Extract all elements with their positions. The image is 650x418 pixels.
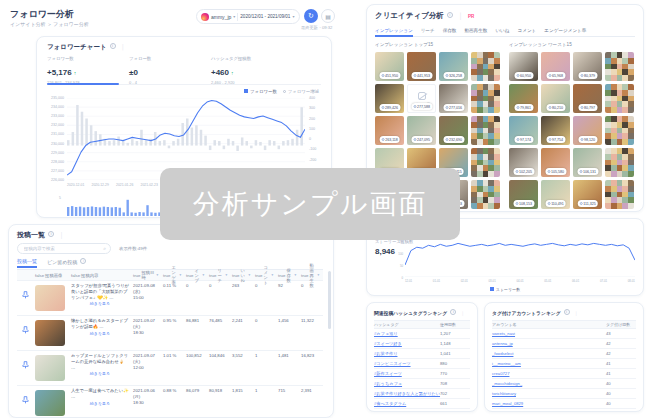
mosaic-tile[interactable] [605, 180, 634, 209]
table-scrollbar[interactable] [328, 271, 331, 329]
search-icon[interactable]: ⌕ [103, 245, 106, 252]
sort-icon[interactable]: ▼ [179, 273, 182, 277]
post-thumbnail-tile[interactable]: 97,754 [541, 116, 570, 145]
info-icon[interactable]: i [450, 309, 456, 315]
account-link[interactable]: i__morino__am [492, 361, 521, 366]
post-thumbnail-tile[interactable]: 110,491 [541, 180, 570, 209]
post-thumbnail-tile[interactable]: 108,153 [509, 180, 538, 209]
pin-button[interactable] [17, 351, 33, 385]
sort-icon[interactable]: ▼ [271, 273, 274, 277]
kpi-tab-2[interactable]: ハッシュタグ投稿数+460↑2,460 - 2,920 [211, 54, 293, 84]
info-icon[interactable]: i [110, 43, 116, 49]
tab-pinned-posts[interactable]: ピン留め投稿i [47, 258, 86, 268]
post-thumbnail[interactable] [35, 320, 65, 346]
hashtag-link[interactable]: #コンビニスイーツ [374, 361, 411, 366]
post-thumbnail-tile[interactable]: 289,426 [375, 84, 404, 113]
pin-button[interactable] [17, 281, 33, 315]
account-value: 40 [606, 391, 636, 396]
kpi-tab-0[interactable]: フォロワー数+5,176↑226,802 - 234,978 [47, 54, 129, 84]
post-thumbnail-tile[interactable]: 79,861 [509, 84, 538, 113]
creative-tab-4[interactable]: いいね [495, 28, 509, 33]
search-input[interactable] [22, 245, 100, 252]
col-2[interactable]: true投稿日時▼ [131, 268, 161, 282]
account-link[interactable]: torichktonary [492, 391, 516, 396]
post-thumbnail-tile[interactable]: 247,095 [407, 116, 436, 145]
read-more-link[interactable]: 続きを見る [71, 371, 129, 376]
account-link[interactable]: _foodselect [492, 351, 513, 356]
post-thumbnail-tile[interactable]: 106,131 [573, 148, 602, 177]
post-thumbnail[interactable] [35, 390, 65, 416]
account-selector[interactable]: ammy_jp ▾ 2020/12/01 - 2021/09/01 ▾ [196, 9, 300, 24]
mosaic-tile[interactable] [471, 52, 500, 81]
hashtag-link[interactable]: #新作スイーツ [374, 371, 402, 376]
kpi-tab-1[interactable]: フォロー数±00 - 4 [129, 54, 211, 84]
sort-icon[interactable]: ▼ [294, 273, 297, 277]
info-icon[interactable]: i [564, 309, 570, 315]
table-row[interactable]: 人生で一度は食べてみたい✨ …続きを見る2021-09-06(月)18:300.… [17, 386, 323, 418]
post-thumbnail-tile[interactable]: 263,118 [375, 116, 404, 145]
post-thumbnail-tile[interactable]: 60,950 [509, 52, 538, 81]
info-icon[interactable]: i [447, 12, 453, 18]
sort-icon[interactable]: ▼ [248, 273, 251, 277]
post-thumbnail-tile[interactable]: 80,797 [573, 84, 602, 113]
mosaic-tile[interactable] [605, 52, 634, 81]
mosaic-tile[interactable] [605, 148, 634, 177]
mosaic-tile[interactable] [605, 116, 634, 145]
table-row[interactable]: スタッフが担当!写真うつりが良いと話題の「大阪製菓のプリンパフェ」💛✨ …続きを… [17, 281, 323, 316]
creative-tab-2[interactable]: 保存数 [443, 28, 457, 33]
sort-icon[interactable]: ▼ [202, 273, 205, 277]
post-thumbnail[interactable] [35, 285, 65, 311]
account-link[interactable]: _mocchidesign_ [492, 381, 522, 386]
account-link[interactable]: crea0727 [492, 371, 509, 376]
post-thumbnail-tile[interactable]: 111,325 [573, 180, 602, 209]
table-row[interactable]: カップヌードルとソフトクリームの意外な組み合わせ🍦 …続きを見る2021-09-… [17, 351, 323, 386]
creative-tab-1[interactable]: リーチ [421, 28, 435, 33]
sort-icon[interactable]: ▼ [225, 273, 228, 277]
hashtag-link[interactable]: #カフェ巡り [374, 331, 398, 336]
tab-post-list[interactable]: 投稿一覧 [17, 258, 37, 268]
hashtag-link[interactable]: #食べスタグラム [374, 401, 406, 406]
account-link[interactable]: sweets_navi [492, 331, 515, 336]
post-thumbnail-tile[interactable]: 232,690 [439, 116, 468, 145]
mosaic-tile[interactable] [605, 84, 634, 113]
creative-tab-5[interactable]: コメント [517, 28, 536, 33]
hashtag-link[interactable]: #お菓子作り好きな人と繋がりたい [374, 391, 440, 396]
sort-icon[interactable]: ▼ [317, 273, 320, 277]
post-thumbnail-tile[interactable]: 326,258 [439, 52, 468, 81]
post-thumbnail-tile[interactable]: 97,174 [509, 116, 538, 145]
hashtag-link[interactable]: #おうちカフェ [374, 381, 402, 386]
post-thumbnail-tile[interactable]: 277,016 [439, 84, 468, 113]
mosaic-tile[interactable] [471, 180, 500, 209]
hashtag-link[interactable]: #スイーツ好き [374, 341, 402, 346]
post-thumbnail[interactable] [35, 355, 65, 381]
mosaic-tile[interactable] [471, 116, 500, 145]
read-more-link[interactable]: 続きを見る [71, 401, 129, 406]
read-more-link[interactable]: 続きを見る [71, 331, 129, 336]
account-link[interactable]: ikura_gohan [492, 411, 515, 412]
post-thumbnail-tile[interactable]: 80,379 [573, 52, 602, 81]
post-thumbnail-tile[interactable]: 451,950 [375, 52, 404, 81]
account-link[interactable]: antenna_jp [492, 341, 513, 346]
pin-button[interactable] [17, 316, 33, 350]
read-more-link[interactable]: 続きを見る [71, 301, 129, 306]
account-link[interactable]: mari_meal_0829 [492, 401, 523, 406]
post-thumbnail-tile[interactable]: 65,968 [541, 52, 570, 81]
hashtag-link[interactable]: #お菓子作り [374, 351, 397, 356]
pin-button[interactable] [17, 386, 33, 418]
table-row[interactable]: 懐かしさ溢れるカスタードプリンが話題🔥 …続きを見る2021-09-07(火)1… [17, 316, 323, 351]
mosaic-tile[interactable] [471, 84, 500, 113]
post-thumbnail-tile[interactable]: 102,205 [509, 148, 538, 177]
post-thumbnail-tile[interactable]: 98,120 [573, 116, 602, 145]
creative-tab-0[interactable]: インプレッション [375, 28, 413, 33]
no-image-tile[interactable]: 画像取得不可277,588 [407, 84, 436, 113]
sort-icon[interactable]: ▼ [156, 273, 159, 277]
export-button[interactable]: ▤ [321, 9, 335, 23]
refresh-button[interactable]: ↻ [304, 9, 318, 23]
info-icon[interactable]: i [48, 231, 54, 237]
creative-tab-3[interactable]: 動画再生数 [464, 28, 487, 33]
post-thumbnail-tile[interactable]: 105,580 [541, 148, 570, 177]
mosaic-tile[interactable] [471, 148, 500, 177]
post-thumbnail-tile[interactable]: 80,210 [541, 84, 570, 113]
creative-tab-6[interactable]: エンゲージメント率 [544, 28, 586, 33]
post-thumbnail-tile[interactable]: 441,953 [407, 52, 436, 81]
